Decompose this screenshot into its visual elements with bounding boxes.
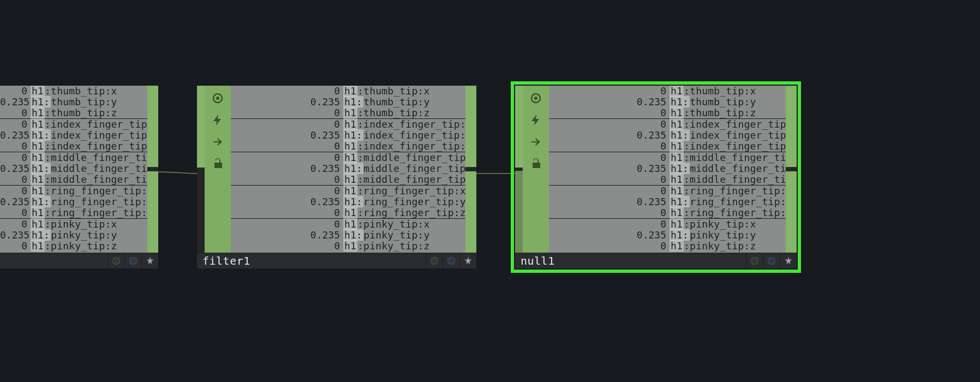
input-connector[interactable] [197,86,205,253]
channel-row[interactable]: 0h1:thumb_tip:x [0,86,147,97]
viewer-flag[interactable] [426,253,443,268]
channel-row[interactable]: 0h1:ring_finger_tip:z [549,207,786,218]
channel-row[interactable]: 0h1:middle_finger_tip: [0,152,147,163]
channel-row[interactable]: 0h1:middle_finger_tip: [0,174,147,185]
channel-row[interactable]: 0h1:pinky_tip:x [549,218,786,230]
chop-channel-viewer[interactable]: 0h1:thumb_tip:x0.235h1:thumb_tip:y0h1:th… [0,86,147,253]
channel-name: h1:index_finger_tip:z [343,141,465,152]
display-flag[interactable] [459,253,476,268]
channel-row[interactable]: 0.235h1:index_finger_tip:y [0,130,147,141]
channel-row[interactable]: 0h1:pinky_tip:z [0,241,147,252]
channel-row[interactable]: 0.235h1:thumb_tip:y [0,97,147,108]
channel-name: h1:index_finger_tip:y [670,130,786,141]
channel-row[interactable]: 0.235h1:ring_finger_tip:y [0,196,147,207]
channel-name: h1:index_finger_tip:x [31,119,147,130]
output-connector[interactable] [147,86,158,253]
display-flag[interactable] [141,253,158,268]
channel-row[interactable]: 0h1:pinky_tip:x [231,218,465,230]
channel-row[interactable]: 0h1:thumb_tip:z [549,108,786,118]
channel-row[interactable]: 0h1:index_finger_tip:z [0,141,147,152]
chop-channel-viewer[interactable]: 0h1:thumb_tip:x0.235h1:thumb_tip:y0h1:th… [549,86,786,253]
channel-row[interactable]: 0h1:ring_finger_tip:z [231,207,465,218]
svg-point-3 [534,97,537,100]
node-name-label[interactable]: null1 [515,253,746,268]
channel-row[interactable]: 0.235h1:middle_finger_tip: [231,163,465,174]
channel-row[interactable]: 0h1:pinky_tip:x [0,218,147,230]
bypass-flag[interactable] [443,253,459,268]
arrow-right-icon[interactable] [207,132,229,152]
channel-row[interactable]: 0.235h1:thumb_tip:y [231,97,465,108]
channel-value: 0 [0,207,31,218]
channel-row[interactable]: 0.235h1:thumb_tip:y [549,97,786,108]
node-source[interactable]: 0h1:thumb_tip:x0.235h1:thumb_tip:y0h1:th… [0,86,158,268]
display-flag[interactable] [780,253,797,268]
channel-value: 0.235 [549,130,670,141]
channel-row[interactable]: 0.235h1:pinky_tip:y [549,230,786,241]
channel-value: 0 [231,219,343,230]
node-filter1[interactable]: 0h1:thumb_tip:x0.235h1:thumb_tip:y0h1:th… [197,86,476,268]
unlock-icon[interactable] [525,153,547,174]
output-connector[interactable] [465,86,476,253]
channel-row[interactable]: 0.235h1:pinky_tip:y [231,230,465,241]
channel-row[interactable]: 0h1:index_finger_tip:z [231,141,465,152]
bypass-flag[interactable] [124,253,141,268]
input-connector[interactable] [515,86,523,253]
channel-value: 0.235 [231,230,343,241]
channel-row[interactable]: 0.235h1:middle_finger_tip: [0,163,147,174]
node-name-label[interactable]: filter1 [197,253,426,268]
channel-name: h1:pinky_tip:z [343,241,430,252]
arrow-right-icon[interactable] [525,132,547,152]
channel-row[interactable]: 0.235h1:ring_finger_tip:y [231,196,465,207]
channel-row[interactable]: 0h1:ring_finger_tip:z [0,207,147,218]
channel-value: 0 [549,86,670,97]
channel-row[interactable]: 0h1:index_finger_tip:x [231,118,465,130]
viewer-flag[interactable] [746,253,763,268]
channel-row[interactable]: 0h1:index_finger_tip:x [0,118,147,130]
channel-row[interactable]: 0h1:index_finger_tip:x [549,118,786,130]
unlock-icon[interactable] [207,153,229,174]
channel-row[interactable]: 0.235h1:index_finger_tip:y [231,130,465,141]
network-editor[interactable]: 0h1:thumb_tip:x0.235h1:thumb_tip:y0h1:th… [0,0,980,382]
channel-row[interactable]: 0.235h1:index_finger_tip:y [549,130,786,141]
channel-row[interactable]: 0h1:ring_finger_tip:x [549,185,786,196]
channel-row[interactable]: 0h1:thumb_tip:z [0,108,147,118]
channel-value: 0 [0,141,31,152]
channel-value: 0 [549,241,670,252]
channel-name: h1:pinky_tip:x [343,219,430,230]
channel-row[interactable]: 0h1:ring_finger_tip:x [0,185,147,196]
channel-row[interactable]: 0h1:pinky_tip:z [231,241,465,252]
channel-value: 0.235 [549,163,670,174]
output-connector[interactable] [786,86,797,253]
channel-row[interactable]: 0h1:thumb_tip:z [231,108,465,118]
channel-row[interactable]: 0h1:index_finger_tip:z [549,141,786,152]
target-icon[interactable] [207,88,229,109]
channel-row[interactable]: 0.235h1:pinky_tip:y [0,230,147,241]
channel-row[interactable]: 0h1:thumb_tip:x [549,86,786,97]
chop-channel-viewer[interactable]: 0h1:thumb_tip:x0.235h1:thumb_tip:y0h1:th… [231,86,465,253]
channel-row[interactable]: 0h1:pinky_tip:z [549,241,786,252]
channel-row[interactable]: 0h1:ring_finger_tip:x [231,185,465,196]
channel-row[interactable]: 0h1:middle_finger_tip: [231,174,465,185]
channel-row[interactable]: 0h1:middle_finger_tip: [549,152,786,163]
channel-value: 0 [231,119,343,130]
channel-row[interactable]: 0.235h1:middle_finger_tip: [549,163,786,174]
channel-name: h1:ring_finger_tip:x [343,186,465,196]
channel-name: h1:index_finger_tip:x [343,119,465,130]
bypass-flag[interactable] [763,253,780,268]
channel-value: 0 [231,186,343,196]
channel-row[interactable]: 0h1:middle_finger_tip: [549,174,786,185]
channel-value: 0.235 [0,130,31,141]
channel-row[interactable]: 0.235h1:ring_finger_tip:y [549,196,786,207]
channel-name: h1:ring_finger_tip:z [343,207,465,218]
node-name-label[interactable] [0,253,107,268]
bolt-icon[interactable] [207,110,229,130]
channel-name: h1:ring_finger_tip:x [31,186,147,196]
node-null1[interactable]: 0h1:thumb_tip:x0.235h1:thumb_tip:y0h1:th… [515,86,797,268]
channel-row[interactable]: 0h1:thumb_tip:x [231,86,465,97]
channel-value: 0 [231,141,343,152]
bolt-icon[interactable] [525,110,547,130]
channel-row[interactable]: 0h1:middle_finger_tip: [231,152,465,163]
viewer-flag[interactable] [107,253,124,268]
channel-name: h1:pinky_tip:y [670,230,756,241]
target-icon[interactable] [525,88,547,109]
